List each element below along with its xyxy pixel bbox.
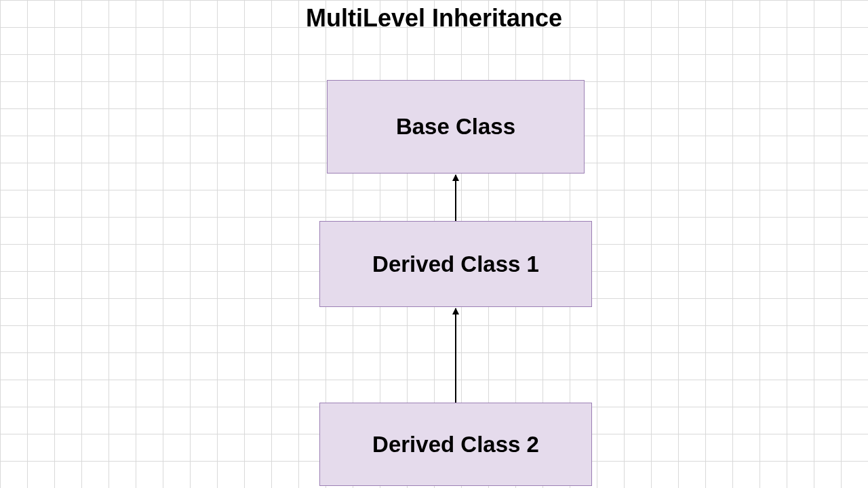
inheritance-arrows — [0, 0, 868, 488]
diagram-canvas: MultiLevel Inheritance Base Class Derive… — [0, 0, 868, 488]
